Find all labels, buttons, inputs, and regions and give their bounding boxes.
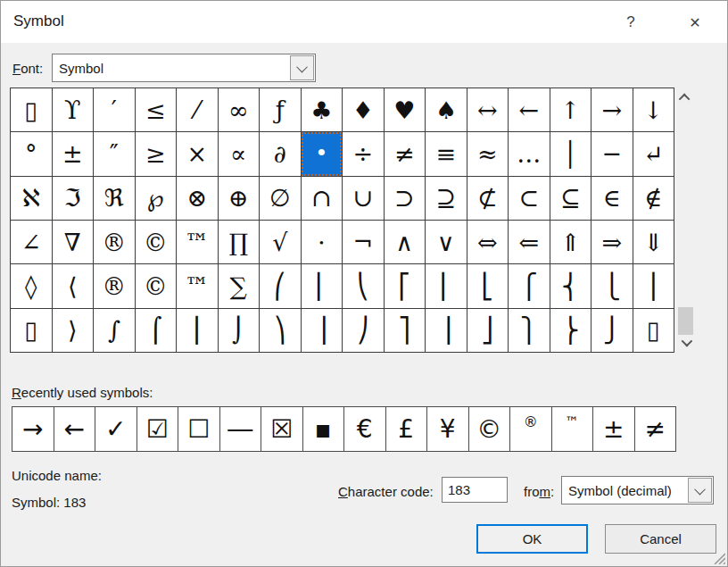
symbol-cell[interactable]: ⎨ [550,264,592,307]
symbol-cell[interactable]: ⎦ [467,309,509,352]
symbol-cell[interactable]: ÷ [343,132,384,175]
symbol-cell[interactable]: ⎮ [177,309,218,352]
symbol-cell[interactable]: ∂ [260,132,301,175]
symbol-cell[interactable]: ▯ [11,309,52,352]
symbol-cell[interactable]: ⎢ [426,264,467,307]
symbol-cell[interactable]: ⎥ [426,309,467,352]
symbol-cell[interactable]: ∩ [302,177,343,220]
symbol-cell[interactable]: ∇ [53,221,94,263]
symbol-cell[interactable]: ⎧ [509,264,550,307]
symbol-cell[interactable]: ⌠ [136,309,177,352]
recent-symbol-cell[interactable]: © [469,407,510,451]
recent-symbol-cell[interactable]: ― [220,407,261,451]
symbol-cell[interactable]: ▯ [11,88,52,131]
symbol-cell[interactable]: ⎣ [467,264,509,307]
symbol-cell[interactable]: ≤ [136,88,177,131]
symbol-cell[interactable]: ¬ [343,221,384,263]
recent-symbol-cell[interactable]: ≠ [635,407,676,451]
scrollbar-thumb[interactable] [678,307,693,335]
cancel-button[interactable]: Cancel [605,524,716,554]
symbol-cell[interactable]: ⎡ [385,264,426,307]
symbol-cell[interactable]: ⌡ [219,309,260,352]
symbol-cell[interactable]: ⇐ [509,221,550,263]
symbol-cell[interactable]: ⟩ [53,309,94,352]
recent-symbol-cell[interactable]: ® [510,407,551,451]
resize-grip-icon[interactable] [713,552,725,564]
symbol-cell[interactable]: ϒ [53,88,94,131]
symbol-cell[interactable]: → [592,88,633,131]
symbol-cell[interactable]: ° [11,132,52,175]
recent-symbol-cell[interactable]: → [12,407,54,451]
symbol-grid-scrollbar[interactable] [676,88,695,353]
symbol-cell[interactable]: ⊕ [219,177,260,220]
symbol-cell[interactable]: ∪ [343,177,384,220]
symbol-cell[interactable]: ⎠ [343,309,384,352]
from-dropdown-button[interactable] [688,478,712,503]
symbol-cell-selected[interactable]: • [302,132,343,175]
recent-symbol-cell[interactable]: ☑ [137,407,178,451]
symbol-cell[interactable]: ← [509,88,550,131]
recent-symbol-cell[interactable]: ™ [552,407,593,451]
symbol-cell[interactable]: ─ [592,132,633,175]
symbol-cell[interactable]: ↔ [467,88,509,131]
symbol-cell[interactable]: ∑ [219,264,260,307]
symbol-cell[interactable]: ⎜ [302,264,343,307]
symbol-cell[interactable]: ⋅ [302,221,343,263]
symbol-cell[interactable]: ⊆ [550,177,592,220]
symbol-cell[interactable]: ♦ [343,88,384,131]
symbol-cell[interactable]: ⁄ [177,88,218,131]
symbol-cell[interactable]: ≡ [426,132,467,175]
symbol-cell[interactable]: ⎭ [592,309,633,352]
symbol-cell[interactable]: ∏ [219,221,260,263]
symbol-cell[interactable]: ∧ [385,221,426,263]
symbol-cell[interactable]: ® [94,221,135,263]
symbol-cell[interactable]: ⊄ [467,177,509,220]
symbol-cell[interactable]: ⊗ [177,177,218,220]
recent-symbol-cell[interactable]: £ [386,407,427,451]
symbol-cell[interactable]: ♣ [302,88,343,131]
recent-symbol-cell[interactable]: ☐ [178,407,219,451]
symbol-cell[interactable]: ⇔ [467,221,509,263]
symbol-cell[interactable]: ⊂ [509,177,550,220]
recent-symbol-cell[interactable]: ✓ [95,407,136,451]
symbol-cell[interactable]: ↵ [633,132,674,175]
symbol-cell[interactable]: ∠ [11,221,52,263]
font-dropdown-button[interactable] [290,55,314,80]
close-button[interactable]: ✕ [681,10,709,35]
symbol-cell[interactable]: © [136,221,177,263]
symbol-cell[interactable]: ⎝ [343,264,384,307]
symbol-cell[interactable]: ™ [177,221,218,263]
symbol-cell[interactable]: © [136,264,177,307]
recent-symbol-cell[interactable]: ☒ [261,407,302,451]
symbol-cell[interactable]: ⎫ [509,309,550,352]
symbol-cell[interactable]: ↓ [633,88,674,131]
symbol-cell[interactable]: ® [94,264,135,307]
ok-button[interactable]: OK [476,524,588,554]
from-combobox[interactable]: Symbol (decimal) [561,476,714,504]
symbol-cell[interactable]: ≈ [467,132,509,175]
symbol-cell[interactable]: ♠ [426,88,467,131]
symbol-cell[interactable]: ″ [94,132,135,175]
symbol-cell[interactable]: ↑ [550,88,592,131]
recent-symbol-cell[interactable]: ¥ [427,407,468,451]
scroll-up-button[interactable] [676,89,695,106]
symbol-cell[interactable]: ⎤ [385,309,426,352]
symbol-cell[interactable]: ◊ [11,264,52,307]
symbol-cell[interactable]: ⇑ [550,221,592,263]
symbol-cell[interactable]: × [177,132,218,175]
symbol-cell[interactable]: ℵ [11,177,52,220]
symbol-cell[interactable]: ℑ [53,177,94,220]
symbol-cell[interactable]: ∅ [260,177,301,220]
symbol-cell[interactable]: ≥ [136,132,177,175]
symbol-cell[interactable]: ℜ [94,177,135,220]
symbol-cell[interactable]: ⊇ [426,177,467,220]
recent-symbol-cell[interactable]: ± [593,407,634,451]
symbol-cell[interactable]: │ [550,132,592,175]
symbol-cell[interactable]: ⇒ [592,221,633,263]
symbol-cell[interactable]: ⟨ [53,264,94,307]
scroll-down-button[interactable] [676,334,695,351]
symbol-cell[interactable]: ⎞ [260,309,301,352]
symbol-cell[interactable]: ♥ [385,88,426,131]
symbol-cell[interactable]: ∝ [219,132,260,175]
symbol-cell[interactable]: ƒ [260,88,301,131]
